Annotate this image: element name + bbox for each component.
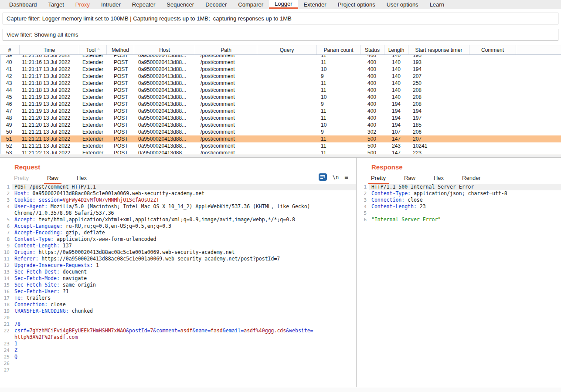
table-row[interactable]: 4011:21:16 13 Jul 2022ExtenderPOST0a9500… bbox=[1, 59, 561, 66]
table-row[interactable]: 5211:21:21 13 Jul 2022ExtenderPOST0a9500… bbox=[1, 142, 561, 149]
cell-host: 0a9500020413d88... bbox=[136, 101, 197, 108]
newline-toggle-icon[interactable]: \n bbox=[333, 174, 339, 180]
cell-method: POST bbox=[108, 59, 136, 66]
column-header-label: # bbox=[8, 47, 11, 53]
response-tab-render[interactable]: Render bbox=[459, 175, 484, 184]
column-header-label: Method bbox=[112, 47, 129, 53]
line-number: 13 bbox=[0, 269, 12, 275]
table-row[interactable]: 4511:21:19 13 Jul 2022ExtenderPOST0a9500… bbox=[1, 94, 561, 101]
line-content: POST /post/comment HTTP/1.1 bbox=[12, 184, 356, 190]
cell-time: 11:21:18 13 Jul 2022 bbox=[21, 80, 81, 87]
table-row[interactable]: 4711:21:19 13 Jul 2022ExtenderPOST0a9500… bbox=[1, 108, 561, 115]
response-editor[interactable]: 1HTTP/1.1 500 Internal Server Error2Cont… bbox=[357, 184, 561, 387]
menu-bar: DashboardTargetProxyIntruderRepeaterSequ… bbox=[0, 0, 561, 9]
table-row[interactable]: 5011:21:21 13 Jul 2022ExtenderPOST0a9500… bbox=[1, 128, 561, 135]
response-tab-raw[interactable]: Raw bbox=[401, 175, 418, 184]
cell-path: /post/comment bbox=[197, 59, 258, 66]
column-header-label: Start response timer bbox=[415, 47, 462, 53]
menu-tab-sequencer[interactable]: Sequencer bbox=[161, 0, 200, 9]
cell-timer: 208 bbox=[410, 94, 471, 101]
menu-tab-logger[interactable]: Logger bbox=[269, 0, 298, 9]
column-header-time[interactable]: Time bbox=[20, 45, 79, 54]
cell-timer: 223 bbox=[410, 149, 471, 154]
column-header-param-count[interactable]: Param count bbox=[317, 45, 360, 54]
cell-tool: Extender bbox=[81, 55, 108, 59]
column-header-label: Host bbox=[159, 47, 170, 53]
cell-length: 140 bbox=[386, 73, 410, 80]
menu-tab-target[interactable]: Target bbox=[43, 0, 70, 9]
word-wrap-icon[interactable] bbox=[319, 173, 327, 181]
menu-tab-intruder[interactable]: Intruder bbox=[95, 0, 126, 9]
column-header-status[interactable]: Status bbox=[360, 45, 384, 54]
menu-tab-extender[interactable]: Extender bbox=[298, 0, 332, 9]
cell-comment bbox=[471, 59, 517, 66]
capture-filter-bar[interactable]: Capture filter: Logger memory limit set … bbox=[3, 13, 558, 24]
table-row[interactable]: 3911:21:16 13 Jul 2022ExtenderPOST0a9500… bbox=[1, 55, 561, 59]
table-row[interactable]: 4611:21:19 13 Jul 2022ExtenderPOST0a9500… bbox=[1, 101, 561, 108]
response-tab-hex[interactable]: Hex bbox=[431, 175, 447, 184]
menu-tab-decoder[interactable]: Decoder bbox=[200, 0, 232, 9]
line-content: 1 bbox=[12, 341, 356, 347]
table-row[interactable]: 4211:21:17 13 Jul 2022ExtenderPOST0a9500… bbox=[1, 73, 561, 80]
menu-tab-proxy[interactable]: Proxy bbox=[70, 0, 95, 9]
editor-line: 25Q bbox=[0, 354, 356, 360]
line-number: 5 bbox=[0, 216, 12, 223]
cell-host: 0a9500020413d88... bbox=[136, 80, 197, 87]
cell-comment bbox=[471, 87, 517, 94]
column-header-query[interactable]: Query bbox=[257, 45, 317, 54]
request-tab-hex[interactable]: Hex bbox=[74, 175, 90, 184]
column-header-path[interactable]: Path bbox=[195, 45, 257, 54]
editor-line: 15Sec-Fetch-Site: same-origin bbox=[0, 282, 356, 288]
column-header-tool[interactable]: Tool^ bbox=[79, 45, 107, 54]
editor-menu-icon[interactable]: ≡ bbox=[344, 173, 348, 181]
menu-tab-repeater[interactable]: Repeater bbox=[126, 0, 161, 9]
table-row[interactable]: 4911:21:20 13 Jul 2022ExtenderPOST0a9500… bbox=[1, 122, 561, 128]
cell-status: 500 bbox=[362, 142, 386, 149]
menu-tab-dashboard[interactable]: Dashboard bbox=[3, 0, 43, 9]
column-header-[interactable]: # bbox=[0, 45, 20, 54]
menu-tab-comparer[interactable]: Comparer bbox=[232, 0, 269, 9]
table-row[interactable]: 4311:21:18 13 Jul 2022ExtenderPOST0a9500… bbox=[1, 80, 561, 87]
cell-host: 0a9500020413d88... bbox=[136, 55, 197, 59]
line-content bbox=[369, 210, 561, 216]
cell-tool: Extender bbox=[81, 135, 108, 142]
table-row[interactable]: 4811:21:20 13 Jul 2022ExtenderPOST0a9500… bbox=[1, 115, 561, 122]
editor-line: 26 bbox=[0, 360, 356, 367]
cell-tool: Extender bbox=[81, 115, 108, 122]
column-header-method[interactable]: Method bbox=[107, 45, 134, 54]
line-number: 27 bbox=[0, 367, 12, 373]
editor-line: http%3A%2F%2Fasdf.com bbox=[0, 334, 356, 341]
editor-line: 12Upgrade-Insecure-Requests: 1 bbox=[0, 262, 356, 269]
cell-status: 400 bbox=[362, 55, 386, 59]
table-row[interactable]: 4111:21:17 13 Jul 2022ExtenderPOST0a9500… bbox=[1, 66, 561, 73]
table-row[interactable]: 5311:21:22 13 Jul 2022ExtenderPOST0a9500… bbox=[1, 149, 561, 154]
cell-method: POST bbox=[108, 115, 136, 122]
view-filter-bar[interactable]: View filter: Showing all items bbox=[3, 29, 558, 41]
menu-tab-project-options[interactable]: Project options bbox=[332, 0, 381, 9]
table-row[interactable]: 5111:21:21 13 Jul 2022ExtenderPOST0a9500… bbox=[1, 135, 561, 142]
cell-num: 40 bbox=[1, 59, 21, 66]
response-panel: Response PrettyRawHexRender 1HTTP/1.1 50… bbox=[357, 158, 561, 387]
column-header-length[interactable]: Length bbox=[384, 45, 408, 54]
table-row[interactable]: 4411:21:18 13 Jul 2022ExtenderPOST0a9500… bbox=[1, 87, 561, 94]
cell-length: 140 bbox=[386, 80, 410, 87]
menu-tab-user-options[interactable]: User options bbox=[381, 0, 424, 9]
menu-tab-learn[interactable]: Learn bbox=[424, 0, 450, 9]
line-content: Content-Type: application/json; charset=… bbox=[369, 190, 561, 197]
column-header-comment[interactable]: Comment bbox=[469, 45, 516, 54]
line-number: 12 bbox=[0, 262, 12, 269]
cell-tool: Extender bbox=[81, 66, 108, 73]
editor-line: 4Content-Length: 23 bbox=[357, 203, 561, 210]
request-tab-raw[interactable]: Raw bbox=[44, 175, 61, 184]
cell-num: 51 bbox=[1, 135, 21, 142]
horizontal-splitter[interactable] bbox=[0, 154, 561, 158]
cell-length: 194 bbox=[386, 108, 410, 115]
column-header-start-response-timer[interactable]: Start response timer bbox=[408, 45, 469, 54]
request-editor[interactable]: 1POST /post/comment HTTP/1.12Host: 0a950… bbox=[0, 184, 356, 387]
cell-num: 41 bbox=[1, 66, 21, 73]
column-header-label: Status bbox=[365, 47, 380, 53]
cell-time: 11:21:17 13 Jul 2022 bbox=[21, 66, 81, 73]
column-header-host[interactable]: Host bbox=[134, 45, 195, 54]
response-tab-pretty[interactable]: Pretty bbox=[368, 175, 389, 184]
cell-timer: 197 bbox=[410, 115, 471, 122]
